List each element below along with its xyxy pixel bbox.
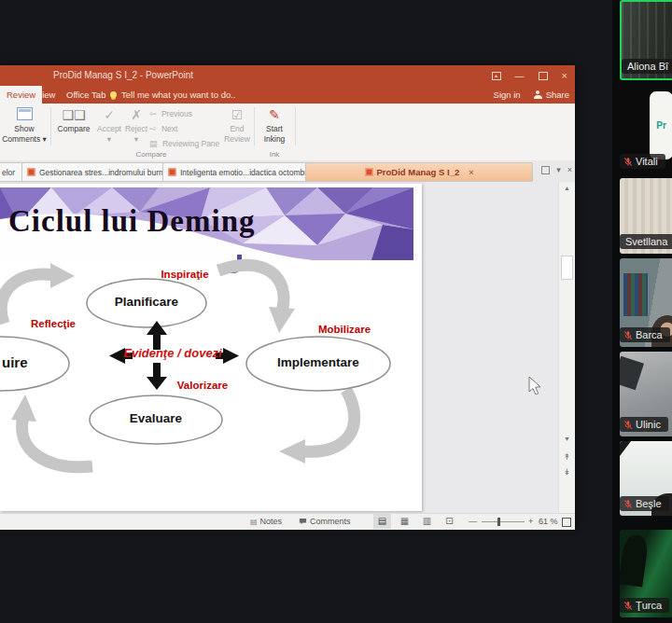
- group-label-compare: Compare: [52, 150, 250, 159]
- end-review-icon: ☑: [222, 107, 252, 123]
- sign-in-button[interactable]: Sign in: [494, 90, 521, 100]
- powerpoint-window: ProDid Manag S I_2 - PowerPoint ▴ — × Re…: [0, 65, 575, 529]
- powerpoint-doc-icon: [168, 168, 176, 176]
- dark-corner: [620, 441, 631, 456]
- muted-mic-icon: [623, 157, 633, 167]
- node-left-partial[interactable]: uire: [2, 354, 67, 370]
- label-evidente-dovezi: Evidenţe / dovezi: [114, 346, 231, 360]
- participant-name: Svetllana: [620, 234, 672, 249]
- zoom-slider-thumb[interactable]: [497, 518, 500, 526]
- muted-mic-icon: [623, 330, 633, 340]
- document-tab-active[interactable]: ProDid Manag S I_2 ×: [305, 162, 533, 182]
- zoom-slider-track[interactable]: [482, 521, 525, 522]
- share-button[interactable]: Share: [534, 90, 569, 100]
- ribbon-tab-strip: Review View Office Tab Tell me what you …: [0, 86, 575, 104]
- close-button[interactable]: ×: [562, 70, 567, 81]
- view-slideshow-button[interactable]: ⊡: [441, 514, 458, 529]
- label-valorizare: Valorizare: [165, 380, 240, 391]
- participant-name: Barca: [620, 327, 670, 342]
- reject-button[interactable]: ✗ Reject ▾: [123, 107, 149, 144]
- vertical-scrollbar[interactable]: ▲ ▼ ↟ ↡: [558, 182, 575, 513]
- participant-tile[interactable]: Ulinic: [620, 352, 672, 436]
- mouse-cursor: [528, 376, 543, 396]
- fit-slide-to-window-button[interactable]: [562, 518, 571, 527]
- participant-tile[interactable]: Pr Vitali: [620, 85, 672, 173]
- participant-tile[interactable]: Barca: [620, 258, 672, 347]
- previous-slide-icon[interactable]: ↟: [559, 452, 575, 462]
- next-button[interactable]: ⇨ Next: [149, 125, 222, 133]
- close-all-icon[interactable]: ×: [567, 165, 572, 174]
- comment-bubble-icon: [299, 518, 307, 526]
- document-tab[interactable]: Gestionarea stres...indromului burnout: [21, 162, 171, 182]
- group-label-ink: Ink: [254, 150, 295, 159]
- window-title: ProDid Manag S I_2 - PowerPoint: [53, 70, 193, 80]
- tab-list-dropdown-icon[interactable]: ▾: [556, 165, 561, 174]
- lightbulb-icon: [110, 91, 117, 98]
- node-evaluare[interactable]: Evaluare: [90, 411, 222, 425]
- restore-button[interactable]: [539, 72, 548, 80]
- reviewing-pane-button[interactable]: ▤ Reviewing Pane: [149, 140, 222, 148]
- view-reading-button[interactable]: ▥: [418, 514, 436, 529]
- participant-name: Aliona Bî: [622, 59, 672, 74]
- document-tab[interactable]: Inteligenta emotio...idactica octombrie: [162, 162, 314, 182]
- start-inking-button[interactable]: ✎ Start Inking: [258, 107, 291, 144]
- participant-tile[interactable]: Svetllana: [620, 178, 672, 254]
- zoom-level[interactable]: 61 %: [539, 517, 558, 526]
- participant-name: Ţurca: [620, 598, 669, 613]
- previous-button[interactable]: ⇦ Previous: [149, 110, 222, 118]
- close-tab-icon[interactable]: ×: [469, 168, 473, 177]
- next-slide-icon[interactable]: ↡: [559, 467, 575, 477]
- muted-mic-icon: [623, 499, 633, 509]
- label-reflectie: Reflecţie: [24, 318, 82, 329]
- notes-icon: ▤: [250, 518, 258, 526]
- reject-x-icon: ✗: [123, 107, 149, 123]
- notes-button[interactable]: ▤ Notes: [250, 517, 282, 526]
- desktop: ProDid Manag S I_2 - PowerPoint ▴ — × Re…: [0, 0, 672, 623]
- view-slide-sorter-button[interactable]: ▦: [396, 514, 413, 529]
- participant-tile[interactable]: Ţurca: [620, 530, 672, 617]
- compare-button[interactable]: ❑❑ Compare: [54, 107, 93, 134]
- tell-me-box[interactable]: Tell me what you want to do..: [110, 86, 236, 104]
- end-review-button[interactable]: ☑ End Review: [222, 107, 252, 144]
- scroll-down-icon[interactable]: ▼: [559, 436, 575, 442]
- participant-name: Ulinic: [620, 417, 668, 432]
- participants-sidebar: Aliona Bî Pr Vitali Svetllana: [612, 0, 672, 623]
- new-tab-icon[interactable]: [541, 166, 550, 174]
- person-icon: [534, 90, 542, 99]
- ribbon-display-options-icon[interactable]: ▴: [492, 72, 501, 80]
- muted-mic-icon: [623, 420, 633, 430]
- node-implementare[interactable]: Implementare: [246, 355, 390, 369]
- accept-button[interactable]: ✓ Accept ▾: [95, 107, 123, 144]
- muted-mic-icon: [623, 601, 633, 611]
- scrollbar-thumb[interactable]: [561, 256, 573, 280]
- zoom-out-button[interactable]: —: [469, 517, 477, 526]
- bookshelf-binders: [623, 273, 648, 316]
- accept-check-icon: ✓: [95, 107, 123, 123]
- view-normal-button[interactable]: ▤: [373, 514, 391, 529]
- participant-silhouette: [620, 533, 650, 587]
- previous-arrow-icon: ⇦: [149, 109, 157, 118]
- participant-tile[interactable]: Beşle: [620, 441, 672, 516]
- tab-office-tab[interactable]: Office Tab: [60, 86, 112, 104]
- participant-name: Beşle: [620, 496, 669, 511]
- node-planificare[interactable]: Planificare: [87, 295, 206, 309]
- comments-button[interactable]: Comments: [299, 517, 351, 526]
- dark-object: [620, 356, 644, 391]
- participant-logo-card: Pr: [650, 91, 672, 159]
- reviewing-pane-icon: ▤: [149, 139, 158, 148]
- participant-name: Vitali: [620, 154, 665, 169]
- zoom-in-button[interactable]: +: [528, 517, 533, 526]
- ink-pen-icon: ✎: [258, 107, 291, 123]
- tab-view[interactable]: View: [30, 86, 62, 104]
- next-arrow-icon: ⇨: [149, 124, 157, 133]
- status-bar: ▤ Notes Comments ▤ ▦ ▥ ⊡ — + 61 %: [0, 513, 575, 530]
- title-bar: ProDid Manag S I_2 - PowerPoint ▴ — ×: [0, 65, 575, 86]
- show-comments-button[interactable]: Show Comments ▾: [2, 107, 47, 144]
- comments-window-icon: [17, 107, 33, 120]
- scroll-up-icon[interactable]: ▲: [559, 185, 575, 191]
- minimize-button[interactable]: —: [515, 71, 525, 81]
- participant-tile[interactable]: Aliona Bî: [620, 0, 672, 80]
- powerpoint-doc-icon: [27, 168, 35, 176]
- slide-editor: Ciclul lui Deming: [0, 182, 575, 513]
- office-tab-bar: elor Gestionarea stres...indromului burn…: [0, 160, 575, 183]
